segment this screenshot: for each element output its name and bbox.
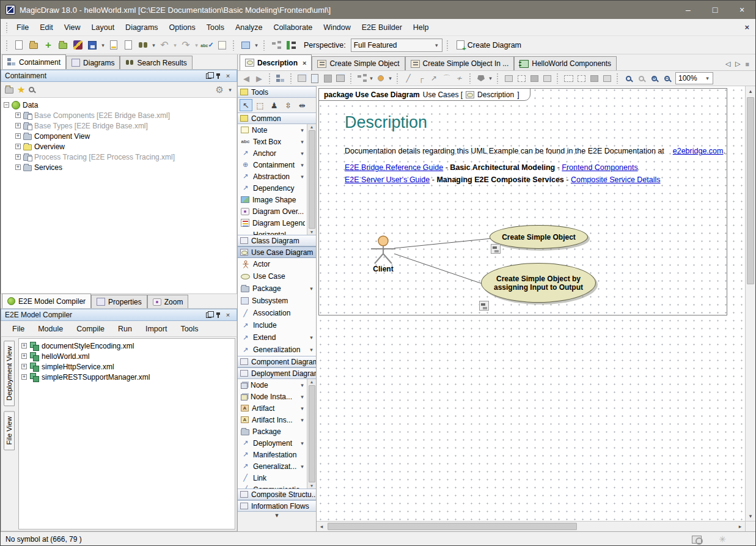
scroll-tabs-left-icon[interactable]: ◁: [725, 60, 730, 68]
scroll-down-icon[interactable]: ▾: [746, 511, 755, 521]
palette-item-note[interactable]: Note▾: [238, 124, 307, 136]
description-heading[interactable]: Description: [345, 113, 427, 132]
back-icon[interactable]: ◀: [240, 72, 252, 84]
marquee-tool-icon[interactable]: ⬚: [254, 99, 266, 111]
compiler-menu-compile[interactable]: Compile: [70, 322, 111, 336]
palette-item-anchor[interactable]: ↗Anchor▾: [238, 147, 307, 159]
save-icon[interactable]: [86, 39, 99, 52]
menu-tools[interactable]: Tools: [201, 21, 230, 34]
scroll-thumb[interactable]: [309, 130, 315, 229]
line-oblique-icon[interactable]: ╱: [402, 72, 414, 84]
float-panel-icon[interactable]: [204, 311, 213, 319]
dropdown-icon[interactable]: ▾: [299, 139, 305, 145]
menu-file[interactable]: File: [11, 21, 34, 34]
filled-shape-icon[interactable]: [528, 72, 540, 84]
create-diagram-button[interactable]: Create Diagram: [453, 40, 525, 50]
palette-section-component-diagram[interactable]: Component Diagram: [238, 356, 316, 367]
dropdown-icon[interactable]: ▾: [299, 417, 305, 423]
scroll-down-icon[interactable]: ▾: [310, 483, 313, 489]
undo-icon[interactable]: ↶: [158, 39, 171, 52]
print-preview-icon[interactable]: [122, 39, 135, 52]
palette-item-abstraction[interactable]: ↗Abstraction▾: [238, 171, 307, 182]
expand-icon[interactable]: +: [15, 144, 21, 149]
palette-item-generalization[interactable]: ↗Generalizat...▾: [238, 460, 307, 472]
tab-containment[interactable]: Containment: [2, 54, 66, 69]
palette-section-class-diagram[interactable]: Class Diagram: [238, 235, 316, 246]
pin-panel-icon[interactable]: [213, 72, 223, 80]
dropdown-icon[interactable]: ▾: [299, 394, 305, 400]
menu-edit[interactable]: Edit: [34, 21, 59, 34]
resize-shape-icon[interactable]: [502, 72, 515, 84]
scroll-thumb[interactable]: [747, 97, 754, 284]
scroll-up-icon[interactable]: ▴: [746, 86, 755, 96]
zoom-in-icon[interactable]: +: [648, 72, 660, 84]
compiler-menu-file[interactable]: File: [6, 322, 31, 336]
spell-check-icon[interactable]: abc✓: [200, 39, 214, 52]
palette-section-information-flows[interactable]: Information Flows: [238, 500, 316, 512]
scroll-down-icon[interactable]: ▾: [310, 229, 313, 235]
horizontal-scrollbar[interactable]: ◂ ▸: [317, 521, 745, 531]
palette-item-artifact[interactable]: AArtifact▾: [238, 402, 307, 414]
grip-handle[interactable]: [232, 40, 235, 51]
maximize-button[interactable]: □: [702, 1, 728, 19]
magicdraw-project-icon[interactable]: [71, 39, 84, 52]
save-dropdown-icon[interactable]: ▾: [100, 42, 106, 48]
palette-item-diagram-overview[interactable]: Diagram Over...: [238, 205, 307, 217]
paste-special-icon[interactable]: [334, 72, 347, 84]
compiler-menu-import[interactable]: Import: [139, 322, 173, 336]
compiler-menu-module[interactable]: Module: [32, 322, 69, 336]
add-project-icon[interactable]: +: [42, 39, 55, 52]
palette-item-communication-path[interactable]: ╱Communicatio: [238, 484, 307, 489]
tab-file-view[interactable]: File View: [4, 411, 15, 450]
layout-dropdown-icon[interactable]: ▾: [369, 75, 374, 81]
tab-search-results[interactable]: Search Results: [120, 56, 192, 69]
tree-row[interactable]: + documentStyleEncoding.xml: [21, 341, 235, 351]
palette-item-dependency[interactable]: ↗Dependency: [238, 182, 307, 194]
scroll-thumb[interactable]: [328, 523, 577, 530]
palette-item-containment[interactable]: ⊕Containment▾: [238, 159, 307, 171]
vertical-split-tool-icon[interactable]: ⇳: [282, 99, 295, 111]
reference-links-row-2[interactable]: E2E Server User's Guide - Managing E2E C…: [345, 175, 661, 184]
selection-tool-icon[interactable]: ↖: [240, 99, 252, 111]
tree-row[interactable]: + simpleRESTSupportManager.xml: [21, 372, 235, 382]
gear-dropdown-icon[interactable]: ▾: [227, 87, 233, 93]
model-transform-icon[interactable]: [239, 39, 252, 52]
new-project-icon[interactable]: [12, 39, 26, 52]
link-frontend-components[interactable]: Frontend Components: [562, 163, 637, 172]
scroll-tabs-right-icon[interactable]: ▷: [735, 60, 740, 68]
close-panel-icon[interactable]: ×: [223, 72, 233, 80]
print-icon[interactable]: [107, 39, 120, 52]
tree-row[interactable]: + Base Components [E2E Bridge Base.xml]: [4, 110, 237, 120]
minimize-button[interactable]: –: [675, 1, 702, 19]
open-element-icon[interactable]: [5, 87, 13, 94]
tab-helloworld-components[interactable]: HelloWorld Components: [514, 56, 617, 70]
grip-handle[interactable]: [446, 40, 449, 51]
zoom-region-icon[interactable]: [622, 72, 634, 84]
menu-window[interactable]: Window: [318, 21, 356, 34]
expand-icon[interactable]: +: [15, 113, 21, 118]
show-in-containment-icon[interactable]: [274, 72, 287, 84]
line-curved-icon[interactable]: ⌒: [441, 72, 453, 84]
tree-row[interactable]: + Process Tracing [E2E Process Tracing.x…: [4, 152, 237, 162]
palette-item-association[interactable]: ╱Association: [238, 307, 316, 319]
documentation-text[interactable]: Documentation details regarding this UML…: [345, 147, 725, 155]
shape-style-icon[interactable]: [541, 72, 553, 84]
scroll-up-icon[interactable]: ▴: [310, 124, 313, 130]
quick-layout-dropdown-icon[interactable]: ▾: [387, 75, 393, 81]
line-rectilinear-icon[interactable]: ┌: [415, 72, 427, 84]
transform-dropdown-icon[interactable]: ▾: [254, 42, 259, 48]
expand-icon[interactable]: +: [15, 164, 21, 170]
forward-icon[interactable]: ▶: [253, 72, 265, 84]
dropdown-icon[interactable]: ▾: [309, 334, 314, 341]
expand-icon[interactable]: +: [15, 154, 21, 160]
float-panel-icon[interactable]: [204, 72, 213, 80]
tab-e2e-model-compiler[interactable]: E2E Model Compiler: [2, 293, 91, 308]
menu-options[interactable]: Options: [164, 21, 201, 34]
scroll-thumb[interactable]: [309, 385, 315, 482]
menu-layout[interactable]: Layout: [86, 21, 120, 34]
palette-item-image-shape[interactable]: Image Shape: [238, 194, 307, 205]
tab-diagrams[interactable]: Diagrams: [66, 56, 120, 69]
menu-diagrams[interactable]: Diagrams: [120, 21, 164, 34]
tree-row[interactable]: + Base Types [E2E Bridge Base.xml]: [4, 120, 237, 131]
redo-icon[interactable]: ↷: [179, 39, 193, 52]
